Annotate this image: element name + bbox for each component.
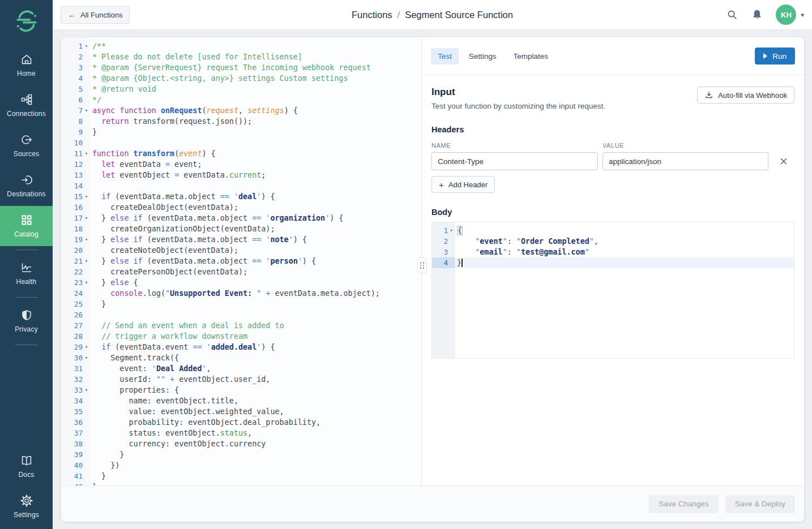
- save-changes-button[interactable]: Save Changes: [649, 495, 719, 513]
- sidebar-item-label: Connections: [7, 110, 46, 118]
- code-line: 31 event: 'Deal Added',: [61, 363, 421, 374]
- sidebar-item-privacy[interactable]: Privacy: [0, 301, 53, 341]
- code-line: 15▾ if (eventData.meta.object == 'deal')…: [61, 191, 421, 202]
- sidebar-item-destinations[interactable]: Destinations: [0, 166, 53, 206]
- sidebar-item-sources[interactable]: Sources: [0, 126, 53, 166]
- code-line: 16 createDealObject(eventData);: [61, 202, 421, 213]
- panel-tab-bar: Test Settings Templates Run: [422, 37, 804, 75]
- sidebar-item-health[interactable]: Health: [0, 253, 53, 294]
- sidebar-item-settings[interactable]: Settings: [0, 487, 53, 529]
- bell-icon: [751, 8, 763, 21]
- health-icon: [20, 261, 33, 274]
- breadcrumb-separator: /: [398, 10, 400, 20]
- code-line: 36 probability: eventObject.deal_probabi…: [61, 417, 421, 428]
- code-line: 29▾ if (eventData.event == 'added.deal')…: [61, 342, 421, 352]
- header-value-label: VALUE: [602, 142, 768, 149]
- autofill-webhook-button[interactable]: Auto-fill via Webhook: [697, 87, 794, 104]
- breadcrumb: Functions / Segment Source Function: [352, 10, 513, 20]
- header-name-label: NAME: [431, 142, 598, 149]
- code-line: 1▾/**: [61, 41, 421, 51]
- code-line: 5* @return void: [61, 84, 421, 94]
- tab-templates[interactable]: Templates: [507, 48, 555, 64]
- header-row: [431, 152, 794, 170]
- function-code-lines: 1▾/**2* Please do not delete [used for I…: [61, 41, 421, 485]
- remove-header-button[interactable]: [780, 157, 788, 165]
- tab-settings[interactable]: Settings: [462, 48, 503, 64]
- home-icon: [20, 53, 33, 66]
- code-line: 39 }: [61, 449, 421, 460]
- body-section-title: Body: [431, 208, 794, 217]
- download-icon: [704, 91, 713, 100]
- code-line: 21▾ } else if (eventData.meta.object == …: [61, 256, 421, 266]
- back-button-label: All Functions: [80, 11, 122, 19]
- code-line: 27 // Send an event when a deal is added…: [61, 320, 421, 331]
- autofill-button-label: Auto-fill via Webhook: [718, 91, 787, 100]
- code-line: 4* @param {Object.<string, any>} setting…: [61, 73, 421, 84]
- search-button[interactable]: [726, 8, 738, 21]
- body-code-lines: 1▾{2 "event": "Order Completed",3 "email…: [432, 225, 794, 268]
- notifications-button[interactable]: [751, 8, 763, 21]
- add-header-label: Add Header: [448, 180, 488, 189]
- sidebar: Home Connections Sources Destinations: [0, 0, 53, 529]
- test-panel: Test Settings Templates Run Input Test y…: [422, 37, 804, 485]
- sidebar-item-label: Catalog: [14, 230, 39, 238]
- avatar[interactable]: KH: [776, 5, 796, 25]
- body-code-editor[interactable]: 1▾{2 "event": "Order Completed",3 "email…: [431, 222, 794, 359]
- plus-icon: +: [439, 180, 444, 189]
- code-line: 40 }): [61, 460, 421, 471]
- chevron-down-icon: ▾: [801, 11, 804, 19]
- code-line: 4}: [432, 257, 794, 268]
- code-line: 22 createPersonObject(eventData);: [61, 266, 421, 277]
- code-line: 18 createOrganizationObject(eventData);: [61, 223, 421, 234]
- code-line: 17▾ } else if (eventData.meta.object == …: [61, 213, 421, 223]
- code-line: 26: [61, 309, 421, 320]
- code-line: 25 }: [61, 299, 421, 309]
- sidebar-item-home[interactable]: Home: [0, 45, 53, 85]
- sidebar-item-connections[interactable]: Connections: [0, 85, 53, 126]
- run-button[interactable]: Run: [755, 48, 795, 64]
- all-functions-back-button[interactable]: ← All Functions: [61, 6, 130, 24]
- sidebar-item-label: Home: [17, 70, 36, 78]
- code-line: 10: [61, 137, 421, 148]
- code-line: 3 "email": "test@gmail.com": [432, 247, 794, 257]
- docs-icon: [20, 454, 33, 467]
- function-code-editor[interactable]: 1▾/**2* Please do not delete [used for I…: [61, 37, 422, 485]
- code-line: 32 userId: "" + eventObject.user_id,: [61, 374, 421, 385]
- sidebar-item-catalog[interactable]: Catalog: [0, 206, 53, 246]
- tab-test[interactable]: Test: [431, 48, 459, 64]
- drag-dots-icon: [420, 262, 425, 269]
- breadcrumb-current-page: Segment Source Function: [405, 10, 513, 20]
- sidebar-item-label: Health: [16, 278, 37, 286]
- code-line: 24 console.log("Unsupported Event: " + e…: [61, 288, 421, 299]
- play-icon: [763, 53, 767, 59]
- segment-logo-icon[interactable]: [14, 8, 40, 36]
- code-line: 38 currency: eventObject.currency: [61, 438, 421, 449]
- code-line: 7▾async function onRequest(request, sett…: [61, 105, 421, 116]
- input-section-subtitle: Test your function by customizing the in…: [431, 102, 605, 110]
- user-menu[interactable]: KH ▾: [776, 5, 804, 25]
- code-line: 11▾function transform(event) {: [61, 148, 421, 159]
- code-line: 12 let eventData = event;: [61, 159, 421, 170]
- sidebar-divider: [15, 250, 38, 250]
- code-line: 9}: [61, 127, 421, 137]
- pane-resize-handle[interactable]: [417, 257, 427, 273]
- header-name-input[interactable]: [431, 152, 598, 170]
- add-header-button[interactable]: + Add Header: [431, 176, 495, 193]
- sidebar-item-label: Docs: [18, 471, 34, 479]
- code-line: 41 }: [61, 471, 421, 481]
- header-value-input[interactable]: [602, 152, 768, 170]
- code-line: 6*/: [61, 94, 421, 105]
- editor-footer: Save Changes Save & Deploy: [61, 485, 804, 522]
- code-line: 30▾ Segment.track({: [61, 352, 421, 363]
- sidebar-item-label: Settings: [14, 511, 39, 519]
- save-deploy-button[interactable]: Save & Deploy: [725, 495, 795, 513]
- sidebar-divider: [15, 345, 38, 345]
- code-line: 35 value: eventObject.weighted_value,: [61, 406, 421, 417]
- code-line: 37 status: eventObject.status,: [61, 428, 421, 438]
- code-line: 19▾ } else if (eventData.meta.object == …: [61, 234, 421, 245]
- sidebar-item-docs[interactable]: Docs: [0, 446, 53, 487]
- breadcrumb-functions[interactable]: Functions: [352, 10, 392, 20]
- code-line: 2 "event": "Order Completed",: [432, 236, 794, 247]
- code-line: 33▾ properties: {: [61, 385, 421, 395]
- code-line: 42}: [61, 481, 421, 485]
